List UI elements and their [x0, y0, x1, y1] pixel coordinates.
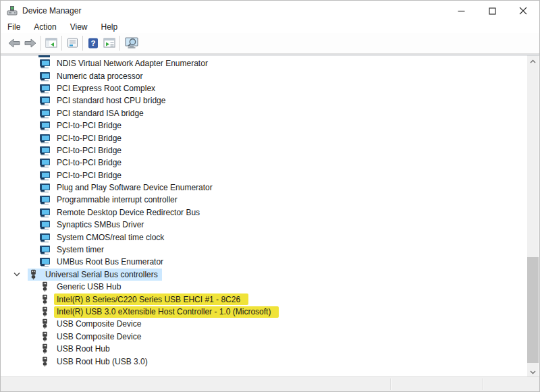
tree-item-label[interactable]: Intel(R) 8 Series/C220 Series USB EHCI #…: [54, 293, 248, 305]
tree-item-label[interactable]: PCI standard ISA bridge: [54, 108, 146, 119]
maximize-button[interactable]: [477, 1, 508, 21]
properties-button[interactable]: [64, 35, 80, 51]
tree-row[interactable]: PCI standard host CPU bridge: [1, 94, 529, 107]
scan-hardware-changes-button[interactable]: [122, 35, 141, 51]
forward-button[interactable]: [22, 35, 38, 51]
minimize-button[interactable]: [446, 1, 477, 21]
tree-item-label[interactable]: Synaptics SMBus Driver: [54, 219, 146, 230]
menu-action[interactable]: Action: [27, 22, 63, 32]
tree-item-label[interactable]: NDIS Virtual Network Adapter Enumerator: [54, 58, 211, 69]
close-icon: [519, 7, 527, 15]
scrollbar-thumb[interactable]: [527, 257, 539, 363]
system-device-icon: [39, 83, 51, 94]
statusbar-separator: [390, 379, 392, 390]
tree-row[interactable]: System CMOS/real time clock: [1, 231, 529, 243]
system-device-icon: [39, 207, 51, 218]
tree-row[interactable]: USB Composite Device: [1, 318, 529, 330]
system-device-icon: [39, 157, 51, 168]
chevron-up-icon: [530, 59, 536, 63]
show-console-tree-button[interactable]: [43, 35, 59, 51]
tree-item-label[interactable]: System timer: [54, 244, 107, 255]
help-button[interactable]: ?: [85, 35, 101, 51]
properties-icon: [67, 38, 78, 49]
scan-hardware-icon: [124, 37, 139, 49]
tree-item-label[interactable]: USB Root Hub: [54, 343, 113, 354]
tree-row[interactable]: System timer: [1, 244, 529, 256]
help-icon: ?: [88, 38, 99, 49]
tree-item-label[interactable]: Numeric data processor: [54, 71, 145, 82]
tree-item-label[interactable]: Intel(R) USB 3.0 eXtensible Host Control…: [54, 306, 279, 318]
system-device-icon: [39, 232, 51, 243]
tree-row[interactable]: PCI-to-PCI Bridge: [1, 169, 529, 181]
statusbar-separator: [482, 379, 483, 390]
tree-item-label[interactable]: PCI-to-PCI Bridge: [54, 145, 124, 156]
back-button[interactable]: [6, 35, 22, 51]
tree-row[interactable]: PCI-to-PCI Bridge: [1, 119, 529, 132]
tree-row[interactable]: Intel(R) 8 Series/C220 Series USB EHCI #…: [1, 293, 529, 305]
tree-row[interactable]: PCI-to-PCI Bridge: [1, 157, 529, 169]
chevron-down-icon: [530, 370, 536, 374]
tree-item-label[interactable]: PCI-to-PCI Bridge: [54, 120, 124, 131]
tree-item-label[interactable]: Programmable interrupt controller: [54, 194, 180, 205]
tree-row[interactable]: USB Composite Device: [1, 331, 529, 343]
partially-scrolled-row: [38, 55, 50, 57]
device-tree[interactable]: NDIS Virtual Network Adapter EnumeratorN…: [1, 55, 529, 378]
tree-item-label[interactable]: USB Root Hub (USB 3.0): [54, 356, 151, 367]
system-device-icon: [39, 71, 51, 82]
tree-row[interactable]: USB Root Hub (USB 3.0): [1, 355, 529, 367]
vertical-scrollbar[interactable]: [527, 55, 539, 378]
system-device-icon: [39, 219, 51, 230]
system-device-icon: [39, 145, 51, 156]
usb-icon: [39, 343, 51, 354]
window-title: Device Manager: [22, 6, 81, 16]
system-device-icon: [39, 170, 51, 181]
tree-row[interactable]: Universal Serial Bus controllers: [1, 269, 529, 281]
close-button[interactable]: [508, 1, 539, 21]
tree-row[interactable]: UMBus Root Bus Enumerator: [1, 256, 529, 268]
tree-item-label[interactable]: Universal Serial Bus controllers: [43, 269, 161, 280]
tree-item-label[interactable]: PCI-to-PCI Bridge: [54, 170, 124, 181]
tree-item-label[interactable]: UMBus Root Bus Enumerator: [54, 256, 166, 267]
tree-row[interactable]: Remote Desktop Device Redirector Bus: [1, 206, 529, 219]
tree-row[interactable]: Numeric data processor: [1, 69, 529, 82]
tree-row[interactable]: PCI standard ISA bridge: [1, 107, 529, 119]
title-bar: Device Manager: [1, 1, 539, 21]
action-pane-button[interactable]: [101, 35, 117, 51]
tree-row[interactable]: Intel(R) USB 3.0 eXtensible Host Control…: [1, 306, 529, 318]
tree-row[interactable]: Programmable interrupt controller: [1, 194, 529, 206]
tree-item-label[interactable]: PCI-to-PCI Bridge: [54, 157, 124, 168]
tree-item-label[interactable]: Remote Desktop Device Redirector Bus: [54, 207, 202, 218]
tree-row[interactable]: Generic USB Hub: [1, 281, 529, 293]
menu-view[interactable]: View: [63, 22, 94, 32]
tree-row[interactable]: PCI-to-PCI Bridge: [1, 132, 529, 144]
system-device-icon: [39, 133, 51, 144]
tree-item-label[interactable]: Plug and Play Software Device Enumerator: [54, 182, 215, 193]
toolbar: ?: [1, 33, 539, 54]
status-bar: [1, 376, 539, 391]
tree-row[interactable]: PCI-to-PCI Bridge: [1, 144, 529, 157]
tree-item-label[interactable]: PCI-to-PCI Bridge: [54, 133, 124, 144]
tree-row[interactable]: Plug and Play Software Device Enumerator: [1, 181, 529, 194]
menu-help[interactable]: Help: [94, 22, 125, 32]
tree-item-label[interactable]: PCI standard host CPU bridge: [54, 95, 168, 106]
tree-item-label[interactable]: USB Composite Device: [54, 318, 144, 329]
collapse-chevron-icon[interactable]: [14, 271, 22, 278]
svg-text:?: ?: [90, 39, 95, 47]
tree-item-label[interactable]: USB Composite Device: [54, 331, 144, 342]
tree-row[interactable]: PCI Express Root Complex: [1, 82, 529, 94]
system-device-icon: [39, 58, 51, 69]
tree-row[interactable]: Synaptics SMBus Driver: [1, 219, 529, 231]
tree-item-label[interactable]: System CMOS/real time clock: [54, 232, 167, 243]
tree-row[interactable]: USB Root Hub: [1, 343, 529, 355]
device-manager-window: Device Manager File Action View Help: [0, 0, 540, 392]
toolbar-separator: [82, 36, 83, 51]
tree-item-label[interactable]: PCI Express Root Complex: [54, 83, 158, 94]
menu-file[interactable]: File: [1, 22, 27, 32]
console-tree-icon: [45, 38, 57, 49]
system-device-icon: [39, 256, 51, 267]
scroll-up-button[interactable]: [527, 55, 539, 67]
tree-row[interactable]: NDIS Virtual Network Adapter Enumerator: [1, 57, 529, 69]
system-device-icon: [39, 95, 51, 106]
toolbar-separator: [40, 36, 41, 51]
tree-item-label[interactable]: Generic USB Hub: [54, 281, 124, 292]
